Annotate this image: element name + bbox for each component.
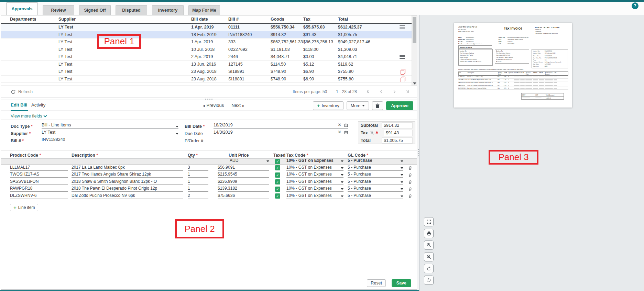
tax-code-select[interactable]: 10% - GST on Expenses [286,172,343,178]
unit-price-input[interactable]: $236.9909 [218,179,269,185]
tab-inventory[interactable]: Inventory [152,5,184,15]
scrollbar-thumb[interactable] [413,17,416,43]
items-per-page[interactable]: Items per page: 50 [293,89,327,94]
doc-type-select[interactable]: Bill - Line Items [42,122,178,129]
product-code-input[interactable]: SASSVB18-ON [10,179,68,185]
copy-icon[interactable] [401,77,405,81]
description-input[interactable]: 2017 Two Hands Angels Share Shiraz 12pk [72,172,183,178]
refresh-button[interactable]: Refresh [11,89,33,94]
tax-code-default-select[interactable]: 10% - GST on Expenses [286,158,343,164]
next-button[interactable]: Next ► [231,103,245,108]
help-icon[interactable]: ? [632,2,638,9]
reset-button[interactable]: Reset [367,279,386,287]
first-page-icon[interactable] [366,89,371,94]
tab-edit-bill[interactable]: Edit Bill [11,102,27,108]
qty-input[interactable]: 2 [188,193,208,199]
description-input[interactable]: 2018 The Pawn El Desperado Pinot Grigio … [72,186,183,192]
supplier-select[interactable]: LY Test [42,129,178,136]
table-row[interactable]: LY Test23 Aug. 2018SI18891$748.90$6.90$7… [1,76,417,83]
tax-code-select[interactable]: 10% - GST on Expenses [286,165,343,171]
gl-code-select[interactable]: 5 - Purchase [348,186,403,192]
more-button[interactable]: More [347,101,369,110]
tax-code-select[interactable]: 10% - GST on Expenses [286,193,343,199]
table-row-selected[interactable]: LY Test18 Feb. 2019INV1188240$914.32$91.… [1,31,417,39]
product-code-input[interactable]: TWOSHZ17-AS [10,172,68,178]
description-input[interactable]: 2018 Shaw & Smith Sauvignon Blanc 12pk -… [72,179,183,185]
tab-signed-off[interactable]: Signed Off [79,5,111,15]
gl-code-select[interactable]: 5 - Purchase [348,193,403,199]
bill-date-field[interactable]: 18/2/2019 ✕ [214,122,348,129]
qty-input[interactable]: 3 [188,165,208,171]
bill-number-field[interactable]: INV1188240 [42,136,178,143]
gl-code-select[interactable]: 5 - Purchase [348,165,403,171]
zoom-out-button[interactable] [424,252,434,261]
calendar-icon[interactable] [344,130,348,135]
print-button[interactable] [424,229,434,238]
unit-price-input[interactable]: $215.9545 [218,172,269,178]
currency-select[interactable]: AUD [218,158,269,164]
taxed-checkbox[interactable] [275,165,280,170]
row-menu-icon[interactable] [400,24,405,30]
rotate-clockwise-button[interactable] [424,264,434,273]
qty-input[interactable]: 1 [188,179,208,185]
qty-input[interactable]: 1 [188,186,208,192]
table-row[interactable]: LY Test1 Apr. 2019333$862,752,561.33$86,… [1,38,417,46]
gl-code-select[interactable]: 5 - Purchase [348,172,403,178]
rotate-counterclockwise-button[interactable] [424,276,434,285]
add-line-item-button[interactable]: + Line item [10,204,38,211]
unit-price-input[interactable]: $139.3182 [218,186,269,192]
tab-review[interactable]: Review [43,5,74,15]
gl-code-select[interactable]: 5 - Purchase [348,179,403,185]
delete-bill-button[interactable] [372,101,383,110]
delete-line-icon[interactable] [408,179,413,184]
next-page-icon[interactable] [392,89,397,94]
table-row[interactable]: LY Test13 Jun. 2016127145$114.50$5.12$11… [1,61,417,68]
product-code-input[interactable]: PAWPGR18 [10,186,68,192]
purchase-order-field[interactable] [214,136,348,143]
bills-scrollbar[interactable] [412,15,417,86]
table-row[interactable]: LY Test10 Jul. 201802227692$1,191.03$118… [1,46,417,54]
bell-alert-icon[interactable] [375,131,379,135]
taxed-checkbox[interactable] [275,187,280,192]
gl-code-default-select[interactable]: 5 - Purchase [348,158,403,164]
taxed-checkbox[interactable] [275,179,280,184]
unit-price-input[interactable]: $75.6636 [218,193,269,199]
table-row[interactable]: LY Test23 Aug. 2018SI18891$748.90$6.90$7… [1,68,417,76]
fullscreen-button[interactable] [424,217,434,226]
tab-map-for-me[interactable]: Map For Me [188,5,220,15]
scrollbar-down-arrow[interactable] [413,82,416,85]
row-menu-icon[interactable] [400,54,405,59]
taxed-all-checkbox[interactable] [275,159,280,164]
delete-line-icon[interactable] [408,165,413,170]
tab-disputed[interactable]: Disputed [116,5,147,15]
last-page-icon[interactable] [405,89,410,94]
save-button[interactable]: Save [392,279,411,287]
tax-code-select[interactable]: 10% - GST on Expenses [286,186,343,192]
description-input[interactable]: Dal Zotto Pucino Prosecco NV 6pk [72,193,183,199]
table-row[interactable]: LY Test1 Apr. 201901111$556,750.34$55,67… [1,24,417,31]
tab-activity[interactable]: Activity [31,102,45,108]
view-more-fields-link[interactable]: View more fields [11,114,46,119]
taxed-checkbox[interactable] [275,193,280,199]
clear-icon[interactable]: ✕ [338,122,341,127]
bell-off-icon[interactable] [370,131,374,135]
add-inventory-button[interactable]: +Inventory [313,101,343,110]
table-row[interactable]: LY Test2 Apr. 20192446$4,048.71$0.00$4,0… [1,53,417,61]
delete-line-icon[interactable] [408,172,413,178]
delete-line-icon[interactable] [408,187,413,192]
clear-icon[interactable]: ✕ [338,130,341,135]
zoom-in-button[interactable] [424,240,434,250]
invoice-preview[interactable]: Joval Wine Group Pty Ltd PO BOX 397 ABBO… [454,23,572,108]
calendar-icon[interactable] [344,123,348,127]
qty-input[interactable]: 1 [188,172,208,178]
taxed-checkbox[interactable] [275,172,280,178]
tab-approvals[interactable]: Approvals [6,2,38,15]
tax-code-select[interactable]: 10% - GST on Expenses [286,179,343,185]
description-input[interactable]: 2017 La La Land Malbec 6pk [72,165,183,171]
product-code-input[interactable]: LLLMAL17 [10,165,68,171]
approve-button[interactable]: Approve [386,101,413,110]
prev-page-icon[interactable] [379,89,384,94]
product-code-input[interactable]: DLZSWHNV-6 [10,193,68,199]
copy-icon[interactable] [401,69,405,74]
due-date-field[interactable]: 14/3/2019 ✕ [214,129,348,136]
